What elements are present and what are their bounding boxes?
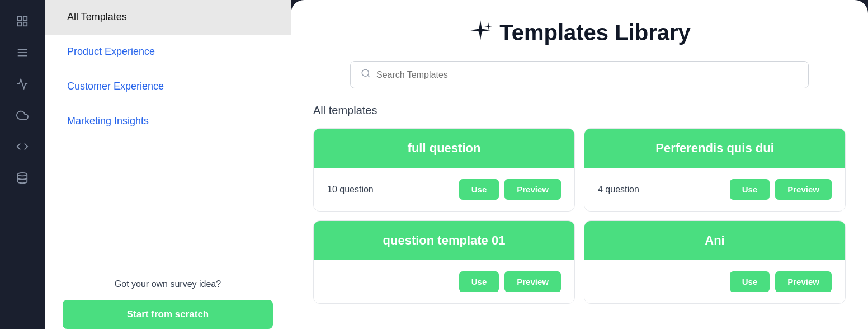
grid-icon[interactable] bbox=[10, 9, 35, 34]
template-title-1: Perferendis quis dui bbox=[584, 129, 845, 168]
svg-line-9 bbox=[367, 75, 369, 77]
use-button-0[interactable]: Use bbox=[459, 179, 499, 200]
card-actions-1: Use Preview bbox=[730, 179, 832, 200]
template-title-3: Ani bbox=[584, 221, 845, 260]
svg-rect-0 bbox=[18, 17, 21, 20]
page-header: Templates Library bbox=[313, 18, 846, 88]
use-button-2[interactable]: Use bbox=[459, 271, 499, 292]
template-body-0: 10 question Use Preview bbox=[314, 168, 574, 211]
svg-rect-3 bbox=[23, 22, 27, 26]
title-text: Templates Library bbox=[499, 20, 691, 45]
nav-item-customer-experience[interactable]: Customer Experience bbox=[45, 69, 291, 104]
nav-item-all-templates[interactable]: All Templates bbox=[45, 0, 291, 35]
card-actions-3: Use Preview bbox=[730, 271, 832, 292]
sparkle-icon bbox=[468, 18, 493, 48]
search-input[interactable] bbox=[376, 70, 798, 80]
page-title: Templates Library bbox=[468, 18, 691, 48]
preview-button-3[interactable]: Preview bbox=[775, 271, 832, 292]
preview-button-1[interactable]: Preview bbox=[775, 179, 832, 200]
preview-button-2[interactable]: Preview bbox=[504, 271, 561, 292]
search-bar[interactable] bbox=[350, 61, 809, 88]
nav-item-product-experience[interactable]: Product Experience bbox=[45, 35, 291, 69]
code-icon[interactable] bbox=[10, 134, 35, 159]
preview-button-0[interactable]: Preview bbox=[504, 179, 561, 200]
sidebar bbox=[0, 0, 45, 329]
section-title: All templates bbox=[313, 104, 846, 117]
nav-item-marketing-insights[interactable]: Marketing Insights bbox=[45, 104, 291, 139]
templates-grid: full question 10 question Use Preview Pe… bbox=[313, 128, 846, 304]
nav-list: All Templates Product Experience Custome… bbox=[45, 0, 291, 264]
svg-point-8 bbox=[362, 69, 369, 76]
svg-rect-1 bbox=[23, 17, 27, 20]
question-count-1: 4 question bbox=[598, 185, 639, 195]
card-actions-0: Use Preview bbox=[459, 179, 561, 200]
database-icon[interactable] bbox=[10, 166, 35, 190]
svg-point-7 bbox=[18, 173, 27, 176]
use-button-1[interactable]: Use bbox=[730, 179, 770, 200]
template-body-2: Use Preview bbox=[314, 260, 574, 303]
search-icon bbox=[361, 68, 371, 81]
bottom-section: Got your own survey idea? Start from scr… bbox=[45, 264, 291, 329]
start-from-scratch-button[interactable]: Start from scratch bbox=[63, 300, 273, 329]
svg-rect-2 bbox=[18, 22, 21, 26]
use-button-3[interactable]: Use bbox=[730, 271, 770, 292]
template-title-2: question template 01 bbox=[314, 221, 574, 260]
list-icon[interactable] bbox=[10, 40, 35, 65]
main-content: Templates Library All templates full que… bbox=[291, 0, 868, 329]
chart-icon[interactable] bbox=[10, 72, 35, 96]
card-actions-2: Use Preview bbox=[459, 271, 561, 292]
question-count-0: 10 question bbox=[327, 185, 374, 195]
template-body-1: 4 question Use Preview bbox=[584, 168, 845, 211]
left-panel: All Templates Product Experience Custome… bbox=[45, 0, 291, 329]
cloud-icon[interactable] bbox=[10, 103, 35, 128]
template-title-0: full question bbox=[314, 129, 574, 168]
template-card-2: question template 01 Use Preview bbox=[313, 220, 575, 304]
template-body-3: Use Preview bbox=[584, 260, 845, 303]
template-card-3: Ani Use Preview bbox=[584, 220, 846, 304]
template-card-0: full question 10 question Use Preview bbox=[313, 128, 575, 212]
template-card-1: Perferendis quis dui 4 question Use Prev… bbox=[584, 128, 846, 212]
own-survey-prompt: Got your own survey idea? bbox=[63, 278, 273, 291]
